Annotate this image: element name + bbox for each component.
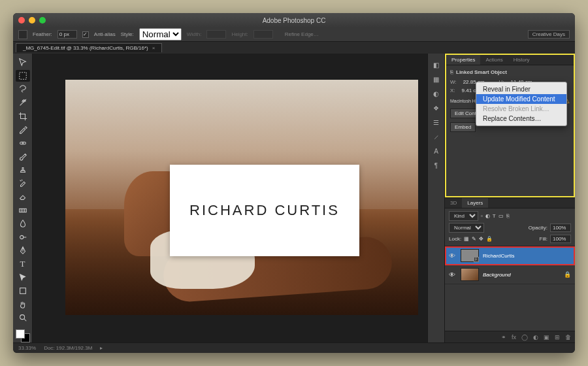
visibility-toggle-icon[interactable]: 👁	[449, 271, 457, 278]
fill-label: Fill:	[540, 236, 547, 242]
tab-history[interactable]: History	[508, 55, 535, 65]
new-layer-icon[interactable]: ⊞	[555, 334, 560, 341]
svg-rect-4	[20, 288, 25, 294]
path-selection-tool[interactable]	[16, 271, 30, 284]
antialias-checkbox[interactable]	[82, 31, 89, 38]
foreground-color-swatch[interactable]	[16, 329, 25, 339]
brush-tool[interactable]	[16, 150, 30, 163]
tab-properties[interactable]: Properties	[446, 55, 480, 65]
paragraph-panel-icon[interactable]: ¶	[430, 159, 443, 171]
filter-pixel-icon[interactable]: ▫	[481, 213, 483, 219]
width-label: Width:	[187, 31, 202, 37]
opacity-label: Opacity:	[529, 225, 547, 231]
layer-style-icon[interactable]: fx	[512, 334, 516, 341]
shape-tool[interactable]	[16, 285, 30, 297]
swatches-panel-icon[interactable]: ▦	[430, 73, 443, 85]
layer-kind-filter[interactable]: Kind	[449, 211, 478, 221]
move-tool[interactable]	[16, 56, 30, 69]
color-swatches[interactable]	[16, 329, 30, 342]
adjustment-layer-icon[interactable]: ◐	[533, 334, 538, 341]
toolbox: T	[13, 54, 33, 342]
zoom-level[interactable]: 33.33%	[18, 345, 36, 351]
channels-panel-icon[interactable]: ☰	[430, 116, 443, 128]
lock-transparency-icon[interactable]: ▦	[464, 236, 469, 242]
layer-thumbnail[interactable]	[461, 268, 479, 281]
creative-days-button[interactable]: Creative Days	[528, 30, 570, 39]
blur-tool[interactable]	[16, 218, 30, 230]
tab-layers[interactable]: Layers	[462, 198, 488, 208]
lock-pixels-icon[interactable]: ✎	[472, 236, 476, 242]
layer-mask-icon[interactable]: ◯	[521, 334, 528, 341]
doc-size[interactable]: Doc: 192.3M/192.3M	[44, 345, 92, 351]
paths-panel-icon[interactable]: ⟋	[430, 131, 443, 142]
filter-smartobject-icon[interactable]: ⎘	[506, 213, 510, 219]
layer-list: 👁 ⎘ RichardCurtis 👁 Background 🔒	[445, 246, 575, 331]
layer-row-richardcurtis[interactable]: 👁 ⎘ RichardCurtis	[445, 246, 575, 265]
status-menu-icon[interactable]: ▸	[100, 345, 103, 351]
zoom-tool[interactable]	[16, 312, 30, 324]
zoom-window-button[interactable]	[39, 17, 46, 24]
blend-mode-select[interactable]: Normal	[449, 223, 484, 233]
menu-update-modified-content[interactable]: Update Modified Content	[476, 94, 566, 104]
delete-layer-icon[interactable]: 🗑	[565, 334, 571, 341]
layers-controls: Kind ▫ ◐ T ▭ ⎘ Normal Opacity: Lock:	[445, 208, 575, 246]
filter-type-icon[interactable]: T	[493, 213, 496, 219]
layer-row-background[interactable]: 👁 Background 🔒	[445, 265, 575, 284]
fill-input[interactable]	[550, 235, 571, 243]
filter-adjustment-icon[interactable]: ◐	[485, 213, 490, 219]
color-panel-icon[interactable]: ◧	[430, 59, 443, 71]
close-tab-icon[interactable]: ×	[152, 45, 155, 51]
type-tool[interactable]: T	[16, 258, 30, 271]
lock-position-icon[interactable]: ✥	[479, 236, 483, 242]
svg-point-5	[20, 315, 24, 320]
history-brush-tool[interactable]	[16, 177, 30, 190]
close-window-button[interactable]	[18, 17, 25, 24]
lock-all-icon[interactable]: 🔒	[486, 236, 493, 242]
dodge-tool[interactable]	[16, 231, 30, 244]
menu-replace-contents[interactable]: Replace Contents…	[476, 114, 566, 124]
eyedropper-tool[interactable]	[16, 124, 30, 136]
canvas-area[interactable]: RICHARD CURTIS	[33, 54, 427, 342]
marquee-tool[interactable]	[16, 70, 30, 82]
crop-tool[interactable]	[16, 110, 30, 122]
healing-brush-tool[interactable]	[16, 137, 30, 149]
width-input	[206, 30, 226, 39]
menu-reveal-in-finder[interactable]: Reveal in Finder	[476, 84, 566, 94]
menu-resolve-broken-link: Resolve Broken Link…	[476, 104, 566, 114]
status-bar: 33.33% Doc: 192.3M/192.3M ▸	[13, 342, 575, 353]
properties-panel-tabs: Properties Actions History	[446, 55, 574, 65]
character-panel-icon[interactable]: A	[430, 145, 443, 157]
layer-thumbnail[interactable]: ⎘	[461, 249, 479, 262]
app-title: Adobe Photoshop CC	[263, 17, 326, 24]
tab-actions[interactable]: Actions	[480, 55, 508, 65]
magic-wand-tool[interactable]	[16, 97, 30, 109]
visibility-toggle-icon[interactable]: 👁	[449, 252, 457, 259]
group-icon[interactable]: ▣	[544, 334, 549, 341]
document-canvas[interactable]: RICHARD CURTIS	[65, 80, 418, 315]
hand-tool[interactable]	[16, 298, 30, 310]
layer-name[interactable]: Background	[483, 272, 560, 278]
document-tab-label: _MG_6745-Edit.tif @ 33.3% (RichardCurtis…	[23, 45, 148, 51]
clone-stamp-tool[interactable]	[16, 164, 30, 176]
filter-shape-icon[interactable]: ▭	[498, 213, 504, 219]
eraser-tool[interactable]	[16, 191, 30, 203]
tool-preset-picker[interactable]	[18, 30, 27, 39]
link-layers-icon[interactable]: ⚭	[501, 334, 506, 341]
smart-object-layer[interactable]: RICHARD CURTIS	[170, 165, 359, 256]
gradient-tool[interactable]	[16, 204, 30, 216]
height-input	[253, 30, 273, 39]
adjustments-panel-icon[interactable]: ◐	[430, 88, 443, 99]
styles-panel-icon[interactable]: ❖	[430, 102, 443, 114]
layer-name[interactable]: RichardCurtis	[483, 253, 571, 259]
pen-tool[interactable]	[16, 244, 30, 257]
minimize-window-button[interactable]	[29, 17, 35, 24]
tab-3d[interactable]: 3D	[445, 198, 462, 208]
document-tab[interactable]: _MG_6745-Edit.tif @ 33.3% (RichardCurtis…	[16, 43, 162, 52]
feather-input[interactable]	[57, 30, 77, 39]
embed-button[interactable]: Embed	[450, 122, 476, 132]
options-bar: Feather: Anti-alias Style: Normal Width:…	[13, 27, 575, 42]
opacity-input[interactable]	[550, 224, 571, 232]
lasso-tool[interactable]	[16, 83, 30, 95]
style-select[interactable]: Normal	[139, 28, 182, 41]
refine-edge-button[interactable]: Refine Edge…	[285, 31, 319, 37]
